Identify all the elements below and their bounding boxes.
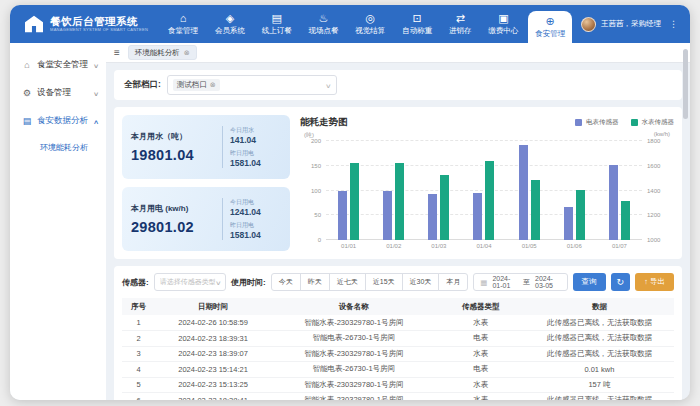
bar-水表传感器-01/03[interactable]	[440, 175, 449, 240]
table-row[interactable]: 52024-02-23 15:13:25智能水表-230329780-1号房间水…	[122, 377, 674, 393]
bar-group-01/03	[428, 141, 449, 240]
nav-item-缴费中心[interactable]: ▣缴费中心	[481, 5, 525, 43]
right-tick-label: 1600	[647, 163, 660, 169]
nav-item-食安管理[interactable]: ⊕食安管理	[528, 11, 572, 43]
nav-item-会员系统[interactable]: ◈会员系统	[208, 5, 252, 43]
avatar	[581, 17, 596, 32]
nav-item-现场点餐[interactable]: ♨现场点餐	[302, 5, 346, 43]
stat-title: 本月用水（吨）	[131, 131, 215, 142]
tab-env-energy[interactable]: 环境能耗分析 ⊗	[128, 45, 197, 60]
sidebar-item-食安数据分析[interactable]: ▤食安数据分析∧	[10, 107, 106, 135]
app-window: 餐饮后台管理系统 MANAGEMENT SYSTEM OF SMART CANT…	[10, 5, 690, 400]
table-cell: 水表	[437, 315, 525, 331]
time-button-近七天[interactable]: 近七天	[329, 273, 366, 291]
bar-groups	[326, 141, 642, 240]
nav-item-线上订餐[interactable]: ▤线上订餐	[255, 5, 299, 43]
table-row[interactable]: 32024-02-23 18:39:07智能水表-230329780-1号房间水…	[122, 346, 674, 362]
bar-水表传感器-01/02[interactable]	[395, 163, 404, 240]
left-axis-ticks: 050100150200	[300, 141, 326, 240]
table-header-数据: 数据	[525, 298, 674, 315]
stat-main: 本月用水（吨）19801.04	[131, 131, 215, 163]
member-icon: ◈	[226, 13, 234, 24]
chevron-down-icon: ∨	[215, 279, 222, 286]
table-cell: 4	[122, 362, 155, 378]
stats-column: 本月用水（吨）19801.04今日用水141.04昨日用电1581.04本月用电…	[122, 115, 290, 251]
stat-side: 今日用电1241.04昨日用电1581.04	[230, 198, 261, 240]
right-axis-ticks: 10001200140016001800	[642, 141, 674, 240]
table-cell: 2024-02-23 18:39:31	[155, 331, 271, 347]
bar-电表传感器-01/05[interactable]	[519, 145, 528, 240]
table-row[interactable]: 22024-02-23 18:39:31智能电表-26730-1号房间电表此传感…	[122, 331, 674, 347]
legend-item-电表传感器[interactable]: 电表传感器	[575, 118, 619, 127]
table-cell: 此传感器已离线，无法获取数据	[525, 331, 674, 347]
sidebar-subitem-环境能耗分析[interactable]: 环境能耗分析	[10, 135, 106, 159]
bar-水表传感器-01/01[interactable]	[350, 163, 359, 240]
bar-电表传感器-01/02[interactable]	[383, 191, 392, 241]
bar-水表传感器-01/04[interactable]	[485, 161, 494, 240]
data-analysis-icon: ▤	[22, 116, 32, 126]
user-menu-icon[interactable]: ⋮	[669, 19, 678, 29]
stall-tag: 测试档口 ⊗	[173, 79, 220, 91]
search-button[interactable]: 查询	[573, 273, 606, 291]
bar-水表传感器-01/05[interactable]	[531, 180, 540, 240]
nav-item-视觉结算[interactable]: ◎视觉结算	[348, 5, 392, 43]
sensor-type-select[interactable]: 请选择传感器类型 ∨	[154, 273, 226, 291]
stall-filter-label: 全部档口:	[124, 79, 161, 91]
refresh-button[interactable]: ↻	[611, 273, 631, 291]
bar-电表传感器-01/04[interactable]	[473, 193, 482, 240]
scrollbar[interactable]	[683, 49, 688, 119]
table-row[interactable]: 12024-02-26 10:58:59智能水表-230329780-1号房间水…	[122, 315, 674, 331]
stall-select[interactable]: 测试档口 ⊗ ∨	[167, 75, 337, 95]
table-cell: 此传感器已离线，无法获取数据	[525, 346, 674, 362]
table-cell: 此传感器已离线，无法获取数据	[525, 315, 674, 331]
time-button-昨天[interactable]: 昨天	[300, 273, 330, 291]
time-button-本月[interactable]: 本月	[438, 273, 468, 291]
sidebar-item-label: 设备管理	[37, 87, 71, 99]
tab-close-icon[interactable]: ⊗	[184, 49, 190, 57]
stat-side-group: 昨日用电1581.04	[230, 149, 261, 168]
nav-item-食堂管理[interactable]: ⌂食堂管理	[161, 5, 205, 43]
bar-电表传感器-01/07[interactable]	[609, 165, 618, 240]
date-range-picker[interactable]: ▦ 2024-01-01 至 2024-03-05	[473, 273, 567, 291]
sensor-table-card: 传感器: 请选择传感器类型 ∨ 使用时间: 今天昨天近七天近15天近30天本月 …	[114, 266, 682, 400]
nav-item-进销存[interactable]: ⇄进销存	[442, 5, 479, 43]
payment-center-icon: ▣	[498, 13, 508, 24]
table-cell: 2024-02-23 18:39:07	[155, 346, 271, 362]
stat-title: 本月用电 (kw/h)	[131, 203, 215, 214]
canteen-icon: ⌂	[180, 13, 187, 24]
table-cell: 此传感器已离线，无法获取数据	[525, 393, 674, 401]
bar-电表传感器-01/06[interactable]	[564, 207, 573, 240]
table-row[interactable]: 62024-02-22 18:38:41智能水表-230329780-1号房间水…	[122, 393, 674, 401]
tabbar: ≡ 环境能耗分析 ⊗	[106, 43, 690, 63]
table-row[interactable]: 42024-02-23 15:14:21智能电表-26730-1号房间电表0.0…	[122, 362, 674, 378]
time-button-今天[interactable]: 今天	[271, 273, 301, 291]
export-button[interactable]: ↑ 导出	[635, 273, 674, 291]
table-cell: 水表	[437, 346, 525, 362]
sidebar-item-食堂安全管理[interactable]: ⌂食堂安全管理∨	[10, 51, 106, 79]
time-button-近30天[interactable]: 近30天	[402, 273, 440, 291]
x-tick-label: 01/04	[476, 243, 491, 249]
auto-weigh-icon: ⊡	[413, 13, 422, 24]
bar-水表传感器-01/06[interactable]	[576, 190, 585, 240]
table-cell: 1	[122, 315, 155, 331]
nav-item-自动称重[interactable]: ⊡自动称重	[395, 5, 439, 43]
time-button-近15天[interactable]: 近15天	[365, 273, 403, 291]
user-chip[interactable]: 王茜茜，采购经理 ⋮	[575, 5, 690, 43]
chart-legend: 电表传感器水表传感器	[575, 118, 674, 127]
bar-水表传感器-01/07[interactable]	[621, 201, 630, 240]
bar-电表传感器-01/03[interactable]	[428, 194, 437, 240]
table-cell: 3	[122, 346, 155, 362]
bar-电表传感器-01/01[interactable]	[338, 191, 347, 241]
table-cell: 水表	[437, 393, 525, 401]
sidebar-item-设备管理[interactable]: ⚙设备管理∨	[10, 79, 106, 107]
table-cell: 6	[122, 393, 155, 401]
nav-item-label: 食堂管理	[168, 26, 198, 36]
stall-tag-close-icon[interactable]: ⊗	[210, 81, 216, 89]
legend-swatch	[575, 119, 582, 126]
legend-item-水表传感器[interactable]: 水表传感器	[631, 118, 675, 127]
app-logo-icon	[24, 15, 44, 33]
legend-swatch	[631, 119, 638, 126]
sidebar-collapse-icon[interactable]: ≡	[114, 47, 120, 58]
left-tick-label: 150	[311, 163, 321, 169]
energy-panel: 本月用水（吨）19801.04今日用水141.04昨日用电1581.04本月用电…	[114, 107, 682, 259]
